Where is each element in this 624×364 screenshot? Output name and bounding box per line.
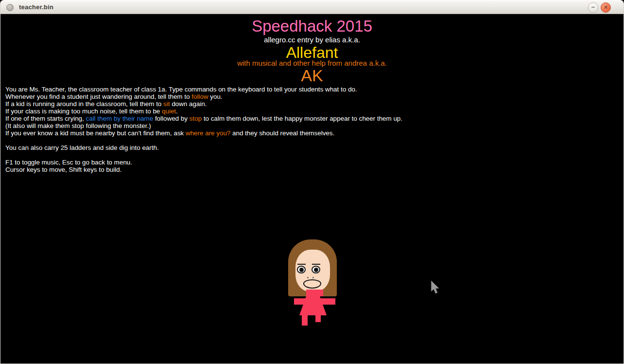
instruction-segment: down again.: [170, 100, 207, 108]
instruction-line: F1 to toggle music, Esc to go back to me…: [5, 159, 403, 166]
instruction-segment: you.: [208, 93, 222, 100]
instruction-segment: If you ever know a kid must be nearby bu…: [5, 129, 185, 137]
instruction-line: [5, 151, 403, 159]
sprite-eye-right: [312, 266, 320, 273]
sprite-pupil-left: [299, 268, 304, 272]
instruction-segment: You can also carry 25 ladders and side d…: [5, 144, 159, 151]
close-icon: ×: [604, 4, 608, 10]
window-controls: − ×: [588, 2, 611, 13]
helper-name: AK: [0, 66, 624, 85]
instruction-line: [5, 137, 403, 144]
sprite-eyebrow-left: [297, 264, 306, 265]
sprite-pupil-right: [314, 268, 318, 272]
minimize-button[interactable]: −: [588, 2, 598, 13]
sprite-leg-right: [315, 315, 321, 322]
instruction-segment: If a kid is running around in the classr…: [5, 100, 164, 108]
app-icon: [6, 4, 14, 11]
instructions: You are Ms. Teacher, the classroom teach…: [5, 86, 403, 173]
sprite-nostril-right: [312, 277, 314, 278]
window-titlebar[interactable]: teacher.bin − ×: [0, 0, 624, 14]
instruction-line: If a kid is running around in the classr…: [5, 100, 403, 108]
entry-line: allegro.cc entry by elias a.k.a.: [0, 36, 624, 44]
instruction-segment: sit: [164, 100, 170, 108]
sprite-nostril-left: [307, 277, 309, 278]
instruction-line: Cursor keys to move, Shift keys to build…: [5, 166, 403, 173]
instruction-line: If your class is making too much noise, …: [5, 108, 403, 115]
close-button[interactable]: ×: [601, 2, 611, 13]
game-screen: Speedhack 2015 allegro.cc entry by elias…: [0, 14, 624, 364]
teacher-character-sprite: [286, 239, 338, 326]
instruction-segment: and they should reveal themselves.: [231, 129, 335, 137]
instruction-segment: You are Ms. Teacher, the classroom teach…: [5, 86, 357, 93]
sprite-eye-left: [297, 266, 306, 273]
instruction-line: Whenever you find a student just wanderi…: [5, 93, 403, 100]
instruction-line: If one of them starts crying, call them …: [5, 115, 403, 122]
instruction-segment: If one of them starts crying,: [5, 115, 86, 122]
instruction-segment: quiet: [162, 108, 176, 115]
instruction-segment: stop: [189, 115, 202, 122]
sprite-eyebrow-right: [312, 264, 320, 265]
instruction-line: (It also will make them stop following t…: [5, 122, 403, 129]
event-title: Speedhack 2015: [0, 17, 624, 36]
instruction-segment: call them by their name: [86, 115, 153, 122]
instruction-segment: followed by: [153, 115, 189, 122]
instruction-segment: F1 to toggle music, Esc to go back to me…: [5, 159, 132, 166]
sprite-leg-left: [302, 315, 308, 326]
instruction-segment: .: [176, 108, 178, 115]
minimize-icon: −: [591, 4, 595, 10]
instruction-segment: follow: [192, 93, 208, 100]
app-window: teacher.bin − × Speedhack 2015 allegro.c…: [0, 0, 624, 364]
instruction-segment: Cursor keys to move, Shift keys to build…: [5, 166, 122, 173]
instruction-line: If you ever know a kid must be nearby bu…: [5, 129, 403, 137]
instruction-segment: Whenever you find a student just wanderi…: [5, 93, 192, 100]
mouse-cursor-icon: [431, 281, 440, 294]
instruction-line: You are Ms. Teacher, the classroom teach…: [5, 86, 403, 93]
instruction-segment: where are you?: [185, 129, 230, 137]
window-title: teacher.bin: [19, 3, 54, 11]
instruction-segment: (It also will make them stop following t…: [5, 122, 151, 129]
instruction-segment: If your class is making too much noise, …: [5, 108, 162, 115]
instruction-segment: to calm them down, lest the happy monste…: [202, 115, 402, 122]
instruction-line: You can also carry 25 ladders and side d…: [5, 144, 403, 151]
sprite-collar: [306, 290, 323, 296]
